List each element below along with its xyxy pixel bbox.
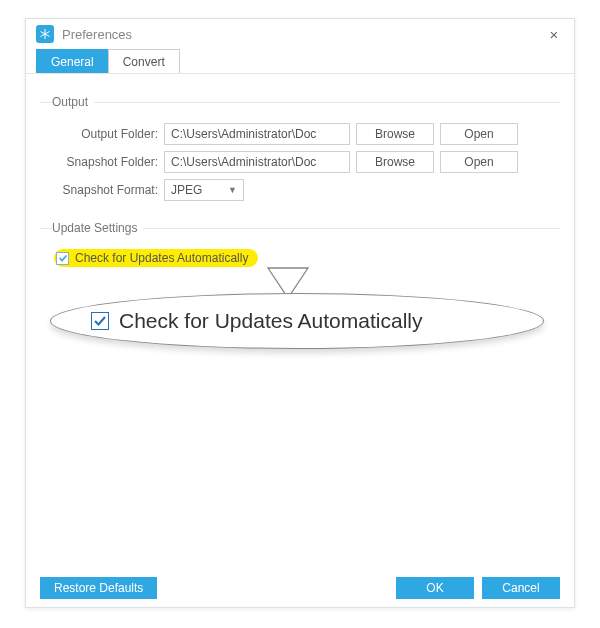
check-updates-checkbox[interactable] bbox=[56, 252, 69, 265]
app-icon bbox=[36, 25, 54, 43]
snapshot-folder-input[interactable]: C:\Users\Administrator\Doc bbox=[164, 151, 350, 173]
window-title: Preferences bbox=[62, 27, 544, 42]
check-icon bbox=[58, 253, 68, 263]
snapshot-format-label: Snapshot Format: bbox=[54, 183, 164, 197]
preferences-dialog: Preferences × General Convert Output Out… bbox=[25, 18, 575, 608]
chevron-down-icon: ▼ bbox=[228, 185, 237, 195]
update-settings-group: Update Settings Check for Updates Automa… bbox=[40, 221, 560, 267]
tab-general[interactable]: General bbox=[36, 49, 109, 73]
tabstrip: General Convert bbox=[26, 49, 574, 74]
check-updates-row[interactable]: Check for Updates Automatically bbox=[54, 249, 258, 267]
output-folder-label: Output Folder: bbox=[54, 127, 164, 141]
snapshot-folder-browse-button[interactable]: Browse bbox=[356, 151, 434, 173]
check-updates-label: Check for Updates Automatically bbox=[75, 251, 248, 265]
snapshot-format-row: Snapshot Format: JPEG ▼ bbox=[40, 179, 560, 201]
update-settings-legend: Update Settings bbox=[52, 221, 143, 235]
output-legend: Output bbox=[52, 95, 94, 109]
snapshot-folder-row: Snapshot Folder: C:\Users\Administrator\… bbox=[40, 151, 560, 173]
restore-defaults-button[interactable]: Restore Defaults bbox=[40, 577, 157, 599]
snapshot-folder-open-button[interactable]: Open bbox=[440, 151, 518, 173]
output-folder-row: Output Folder: C:\Users\Administrator\Do… bbox=[40, 123, 560, 145]
output-folder-browse-button[interactable]: Browse bbox=[356, 123, 434, 145]
snapshot-folder-label: Snapshot Folder: bbox=[54, 155, 164, 169]
output-folder-input[interactable]: C:\Users\Administrator\Doc bbox=[164, 123, 350, 145]
snapshot-format-value: JPEG bbox=[171, 183, 202, 197]
output-folder-open-button[interactable]: Open bbox=[440, 123, 518, 145]
snapshot-format-select[interactable]: JPEG ▼ bbox=[164, 179, 244, 201]
close-icon: × bbox=[550, 26, 559, 43]
output-group: Output Output Folder: C:\Users\Administr… bbox=[40, 95, 560, 207]
ok-button[interactable]: OK bbox=[396, 577, 474, 599]
dialog-footer: Restore Defaults OK Cancel bbox=[26, 569, 574, 607]
tab-convert[interactable]: Convert bbox=[108, 49, 180, 73]
close-button[interactable]: × bbox=[544, 24, 564, 44]
titlebar: Preferences × bbox=[26, 19, 574, 49]
cancel-button[interactable]: Cancel bbox=[482, 577, 560, 599]
content-pane: Output Output Folder: C:\Users\Administr… bbox=[26, 75, 574, 569]
